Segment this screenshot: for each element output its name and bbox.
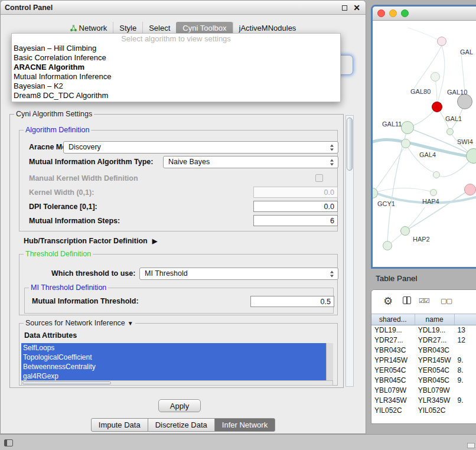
table-row[interactable]: YLR345WYLR345W9. <box>371 396 476 406</box>
table-row[interactable]: YIL052CYIL052C <box>371 406 476 416</box>
algorithm-definition-group: Algorithm Definition Aracne Mode: Discov… <box>19 130 338 231</box>
table-row[interactable]: YBR045CYBR045C9. <box>371 376 476 386</box>
algorithm-option[interactable]: Mutual Information Inference <box>12 72 340 81</box>
column-header[interactable] <box>455 314 476 325</box>
close-icon[interactable]: ✕ <box>353 4 360 12</box>
node-label: GAL80 <box>410 88 431 95</box>
hub-transcription-factor-section[interactable]: Hub/Transcription Factor Definition▶ <box>24 237 157 245</box>
table-panel-title: Table Panel <box>376 274 418 283</box>
control-panel-titlebar[interactable]: Control Panel ✕ <box>1 1 366 15</box>
bottom-tab-discretize-data[interactable]: Discretize Data <box>148 418 215 432</box>
algorithm-option[interactable]: Dream8 DC_TDC Algorithm <box>12 91 340 100</box>
network-node[interactable] <box>383 241 392 250</box>
cyni-algorithm-settings-group: Cyni Algorithm Settings Algorithm Defini… <box>9 114 344 388</box>
tab-label: Cyni Toolbox <box>182 24 226 32</box>
mi-algorithm-type-select[interactable]: Naive Bayes <box>163 156 338 168</box>
attribute-list-hscrollbar[interactable] <box>21 380 333 386</box>
table-row[interactable]: YDL19...YDL19...13 <box>371 325 476 335</box>
network-canvas[interactable]: GALGAL80GAL10GAL11GAL1SWI4GAL4GCY1HAP4HA… <box>373 21 476 267</box>
column-header[interactable]: name <box>415 314 455 325</box>
panel-toggle-icon[interactable] <box>4 439 13 446</box>
table-cell <box>455 386 476 396</box>
data-attributes-list: SelfLoopsTopologicalCoefficientBetweenne… <box>21 343 333 381</box>
bottom-tab-impute-data[interactable]: Impute Data <box>91 418 148 432</box>
network-node[interactable] <box>437 37 446 46</box>
hscroll-thumb[interactable] <box>22 381 111 384</box>
aracne-mode-select[interactable]: Discovery <box>63 141 338 154</box>
node-label: GAL11 <box>382 120 402 128</box>
attribute-item[interactable]: TopologicalCoefficient <box>21 353 326 362</box>
network-node[interactable] <box>446 128 454 135</box>
network-node[interactable] <box>430 189 437 196</box>
table-cell: 12 <box>455 335 476 345</box>
algorithm-option[interactable]: Basic Correlation Inference <box>12 53 340 63</box>
threshold-definition-group: Threshold Definition Which threshold to … <box>19 254 338 315</box>
mi-algorithm-type-value: Naive Bayes <box>168 158 210 166</box>
bottom-tab-infer-network[interactable]: Infer Network <box>214 418 275 432</box>
algorithm-options: Bayesian – Hill ClimbingBasic Correlatio… <box>12 44 340 100</box>
settings-scrollbar-thumb[interactable] <box>347 118 353 171</box>
table-cell <box>455 345 476 356</box>
tab-network[interactable]: Network <box>64 22 113 34</box>
deselect-all-checkboxes-icon[interactable]: ▢▢ <box>441 297 452 305</box>
kernel-width-label: Kernel Width (0,1): <box>29 188 94 197</box>
algorithm-option[interactable]: Bayesian – Hill Climbing <box>12 44 340 53</box>
table-row[interactable]: YER054CYER054C8. <box>371 366 476 376</box>
node-label: GAL1 <box>445 115 462 122</box>
columns-icon[interactable] <box>403 296 411 304</box>
network-node[interactable] <box>401 139 410 148</box>
tab-jactivemnodules[interactable]: jActiveMNodules <box>233 22 302 34</box>
table-header-row: shared...name <box>371 314 476 325</box>
status-bar <box>0 434 476 450</box>
control-panel-tabbar: NetworkStyleSelectCyni ToolboxjActiveMNo… <box>1 22 366 34</box>
settings-scrollbar[interactable] <box>345 115 354 387</box>
which-threshold-select[interactable]: MI Threshold <box>139 268 338 280</box>
dpi-tolerance-input[interactable] <box>253 201 338 212</box>
data-attributes-label: Data Attributes <box>24 331 77 340</box>
mi-threshold-label: Mutual Information Threshold: <box>32 297 139 305</box>
network-node[interactable] <box>432 102 442 112</box>
zoom-traffic-light[interactable] <box>401 9 409 17</box>
tab-cyni-toolbox[interactable]: Cyni Toolbox <box>176 22 232 34</box>
network-node[interactable] <box>400 226 410 236</box>
attribute-item[interactable]: BetweennessCentrality <box>21 362 326 371</box>
close-traffic-light[interactable] <box>377 9 385 17</box>
minimize-traffic-light[interactable] <box>389 9 397 17</box>
manual-kernel-width-checkbox[interactable] <box>315 174 323 182</box>
select-all-checkboxes-icon[interactable]: ☑☑ <box>419 297 429 305</box>
table-cell: YIL052C <box>415 406 455 416</box>
table-cell: YBL079W <box>371 386 415 396</box>
node-label: HAP4 <box>422 198 439 205</box>
node-label: GAL10 <box>447 89 467 96</box>
table-row[interactable]: YDR27...YDR27...12 <box>371 335 476 345</box>
float-window-icon[interactable] <box>342 5 347 11</box>
mi-steps-input[interactable] <box>253 215 338 226</box>
algorithm-option[interactable]: ARACNE Algorithm <box>12 63 340 72</box>
network-node[interactable] <box>464 184 476 195</box>
column-header[interactable]: shared... <box>371 314 415 325</box>
network-node[interactable] <box>433 171 440 178</box>
kernel-width-input[interactable] <box>253 187 338 198</box>
algorithm-dropdown-popup: Select algorithm to view settings Bayesi… <box>11 33 341 102</box>
collapse-arrow-icon[interactable]: ▼ <box>128 320 133 327</box>
attribute-item[interactable]: gal4RGexp <box>21 371 326 381</box>
attribute-item[interactable]: SelfLoops <box>21 343 326 353</box>
attribute-list-scrollbar[interactable] <box>326 343 333 381</box>
network-node[interactable] <box>401 121 414 134</box>
network-node[interactable] <box>431 72 440 81</box>
expand-arrow-icon[interactable]: ▶ <box>152 237 157 244</box>
algorithm-option[interactable]: Bayesian – K2 <box>12 81 340 91</box>
mi-threshold-definition-group: MI Threshold Definition Mutual Informati… <box>24 288 334 314</box>
table-row[interactable]: YBL079WYBL079W <box>371 386 476 396</box>
apply-button[interactable]: Apply <box>158 399 201 412</box>
table-row[interactable]: YPR145WYPR145W9. <box>371 356 476 366</box>
table-row[interactable]: YBR043CYBR043C <box>371 345 476 356</box>
mi-threshold-input[interactable] <box>250 296 334 307</box>
resize-grip[interactable] <box>467 443 475 448</box>
gear-icon[interactable]: ⚙ <box>383 295 393 308</box>
tab-style[interactable]: Style <box>113 22 142 34</box>
network-window-titlebar[interactable] <box>373 6 476 21</box>
dpi-tolerance-label: DPI Tolerance [0,1]: <box>29 203 97 211</box>
network-node[interactable] <box>457 94 472 109</box>
tab-select[interactable]: Select <box>142 22 176 34</box>
